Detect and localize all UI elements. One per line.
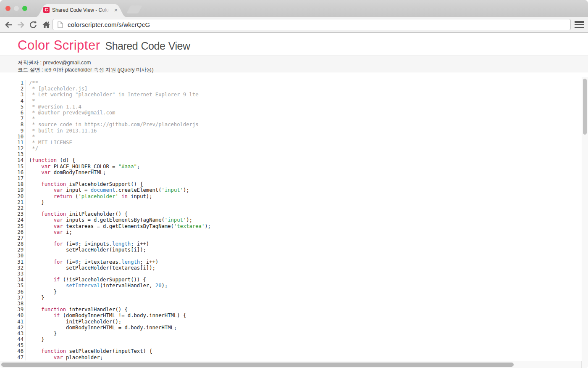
line-number: 30 bbox=[0, 253, 24, 259]
line-number: 26 bbox=[0, 229, 24, 235]
code-info-bar: 저작권자 : prevdev@gmail.com 코드 설명 : ie9 이하 … bbox=[0, 56, 588, 72]
code-line: * [placeholder.js] bbox=[29, 86, 211, 92]
web-page: Color ScripterShared Code View 저작권자 : pr… bbox=[0, 33, 588, 368]
vertical-scrollbar-thumb[interactable] bbox=[583, 79, 587, 135]
code-line: var i; bbox=[29, 229, 211, 235]
menu-bar bbox=[575, 21, 584, 23]
line-number: 27 bbox=[0, 235, 24, 241]
code-line: * bbox=[29, 134, 211, 140]
window-zoom-button[interactable] bbox=[22, 6, 27, 11]
line-number: 20 bbox=[0, 193, 24, 199]
line-number: 21 bbox=[0, 199, 24, 205]
line-number: 16 bbox=[0, 169, 24, 175]
code-line: } bbox=[29, 289, 211, 295]
browser-toolbar: colorscripter.com/s/wkcrQcG bbox=[0, 17, 588, 33]
page-icon bbox=[58, 21, 63, 28]
code-description: 코드 설명 : ie9 이하 placeholder 속성 지원 (jQuery… bbox=[18, 66, 154, 74]
menu-button[interactable] bbox=[575, 21, 584, 30]
line-number: 31 bbox=[0, 259, 24, 265]
line-number: 1 bbox=[0, 80, 24, 86]
code-line: var placeholder; bbox=[29, 355, 211, 360]
code-line: for (i=0; i<inputs.length; i++) bbox=[29, 241, 211, 247]
code-line: if (!isPlaceholderSupport()) { bbox=[29, 277, 211, 283]
code-line: setPlaceHolder(inputs[i]); bbox=[29, 247, 211, 253]
code-line: setPlaceHolder(textareas[i]); bbox=[29, 265, 211, 271]
line-number: 42 bbox=[0, 325, 24, 331]
line-number: 10 bbox=[0, 134, 24, 140]
code-line: var PLACE_HOLDER_COLOR = "#aaa"; bbox=[29, 164, 211, 169]
line-number: 4 bbox=[0, 98, 24, 104]
code-line bbox=[29, 271, 211, 277]
tab-strip: C Shared Code View - Color S × bbox=[0, 0, 588, 17]
line-number: 24 bbox=[0, 217, 24, 223]
window-close-button[interactable] bbox=[5, 6, 10, 11]
code-line bbox=[29, 253, 211, 259]
line-number: 44 bbox=[0, 336, 24, 342]
line-number: 46 bbox=[0, 348, 24, 354]
code-line: function isPlaceholderSupport() { bbox=[29, 181, 211, 187]
menu-bar bbox=[575, 24, 584, 26]
code-line: var textareas = d.getElementsByTagName('… bbox=[29, 223, 211, 229]
line-number: 19 bbox=[0, 187, 24, 193]
browser-tab[interactable]: C Shared Code View - Color S × bbox=[36, 3, 126, 17]
code-line: var inputs = d.getElementsByTagName('inp… bbox=[29, 217, 211, 223]
line-number: 35 bbox=[0, 283, 24, 289]
code-line: } bbox=[29, 336, 211, 342]
page-title: Shared Code View bbox=[105, 40, 190, 52]
code-line: * built in 2013.11.16 bbox=[29, 128, 211, 134]
code-author: 저작권자 : prevdev@gmail.com bbox=[18, 59, 91, 66]
url-text: colorscripter.com/s/wkcrQcG bbox=[68, 21, 150, 28]
line-number: 2 bbox=[0, 86, 24, 92]
back-button[interactable] bbox=[4, 21, 13, 29]
code-line: * bbox=[29, 116, 211, 122]
brand-title[interactable]: Color Scripter bbox=[18, 38, 100, 53]
tab-title-fade bbox=[99, 7, 112, 14]
code-line: initPlaceholder(); bbox=[29, 319, 211, 325]
forward-button[interactable] bbox=[17, 21, 25, 29]
line-number: 25 bbox=[0, 223, 24, 229]
line-number: 14 bbox=[0, 157, 24, 163]
line-number: 9 bbox=[0, 128, 24, 134]
line-number: 17 bbox=[0, 175, 24, 181]
code-line: domBodyInnerHTML = d.body.innerHTML; bbox=[29, 325, 211, 331]
code-line: setInterval(intervalHandler, 20); bbox=[29, 283, 211, 289]
line-number: 13 bbox=[0, 151, 24, 157]
horizontal-scrollbar-thumb[interactable] bbox=[1, 363, 514, 367]
home-button[interactable] bbox=[42, 21, 50, 29]
vertical-scrollbar[interactable] bbox=[582, 77, 588, 361]
code-line bbox=[29, 175, 211, 181]
code-line bbox=[29, 235, 211, 241]
line-number: 45 bbox=[0, 342, 24, 348]
code-viewer: 1234567891011121314151617181920212223242… bbox=[0, 77, 582, 361]
line-number: 23 bbox=[0, 211, 24, 217]
window-minimize-button[interactable] bbox=[14, 6, 19, 11]
tab-close-icon[interactable]: × bbox=[113, 7, 119, 13]
browser-window: C Shared Code View - Color S × colorscri bbox=[0, 0, 588, 368]
code-line: function intervalHandler() { bbox=[29, 307, 211, 312]
line-number: 8 bbox=[0, 122, 24, 127]
code-line bbox=[29, 205, 211, 211]
code-line: for (i=0; i<textareas.length; i++) bbox=[29, 259, 211, 265]
line-number: 47 bbox=[0, 355, 24, 360]
code-line: var domBodyInnerHTML; bbox=[29, 169, 211, 175]
address-bar[interactable]: colorscripter.com/s/wkcrQcG bbox=[52, 19, 571, 30]
code-lines: /** * [placeholder.js] * Let working "pl… bbox=[26, 80, 211, 360]
code-line: * source code in https://github.com/Prev… bbox=[29, 122, 211, 127]
scrollbar-corner bbox=[581, 361, 588, 368]
code-line: if (domBodyInnerHTML != d.body.innerHTML… bbox=[29, 312, 211, 318]
code-line: } bbox=[29, 331, 211, 336]
line-number: 39 bbox=[0, 307, 24, 312]
horizontal-scrollbar[interactable] bbox=[0, 361, 588, 368]
new-tab-button[interactable] bbox=[126, 5, 142, 13]
line-number: 33 bbox=[0, 271, 24, 277]
code-line: (function (d) { bbox=[29, 157, 211, 163]
site-favicon: C bbox=[43, 7, 50, 13]
code-line: * @author prevdev@gmail.com bbox=[29, 110, 211, 116]
code-line: return ('placeholder' in input); bbox=[29, 193, 211, 199]
line-number: 3 bbox=[0, 92, 24, 98]
line-number: 22 bbox=[0, 205, 24, 211]
line-number: 28 bbox=[0, 241, 24, 247]
menu-bar bbox=[575, 27, 584, 29]
code-line: } bbox=[29, 295, 211, 301]
reload-button[interactable] bbox=[29, 21, 37, 29]
